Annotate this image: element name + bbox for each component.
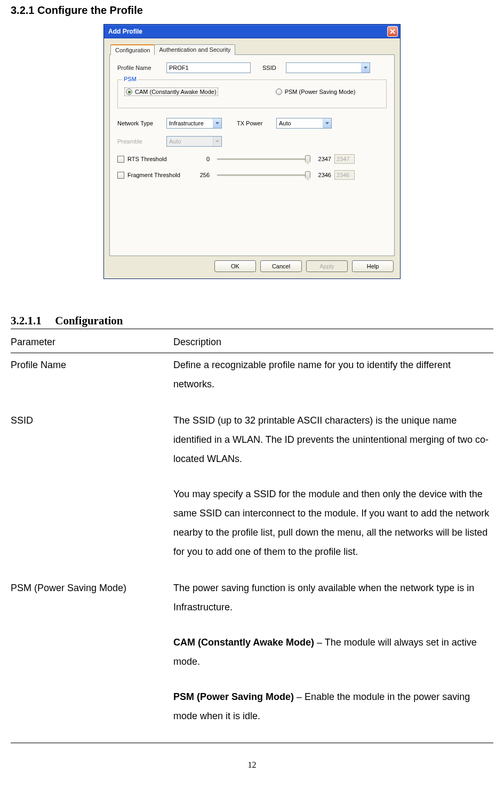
description-paragraph: Define a recognizable profile name for y…	[173, 355, 493, 394]
table-row: Profile NameDefine a recognizable profil…	[11, 355, 493, 394]
nettype-row: Network Type Infrastructure TX Power Aut…	[117, 118, 387, 129]
description-paragraph: The SSID (up to 32 printable ASCII chara…	[173, 411, 493, 468]
network-type-combo[interactable]: Infrastructure	[166, 118, 222, 129]
apply-button: Apply	[306, 260, 348, 272]
network-type-label: Network Type	[117, 120, 166, 126]
tx-power-combo[interactable]: Auto	[276, 118, 332, 129]
parameter-cell: Profile Name	[11, 355, 173, 394]
sub-heading-number: 3.2.1.1	[11, 314, 52, 328]
page-number: 12	[11, 760, 493, 770]
dialog-screenshot: Add Profile Configuration Authentication…	[11, 24, 493, 279]
slider-thumb-icon[interactable]	[305, 171, 310, 181]
dialog-body: Configuration Authentication and Securit…	[104, 38, 400, 278]
network-type-value: Infrastructure	[167, 120, 213, 126]
close-icon[interactable]	[387, 26, 398, 37]
section-heading: 3.2.1 Configure the Profile	[11, 4, 493, 17]
psm-legend: PSM	[122, 76, 138, 82]
ssid-label: SSID	[262, 65, 286, 71]
frag-checkbox[interactable]	[117, 172, 124, 179]
rts-checkbox[interactable]	[117, 156, 124, 163]
frag-row: Fragment Threshold 256 2346 2346	[117, 170, 387, 180]
frag-max: 2346	[314, 172, 331, 178]
parameter-cell: PSM (Power Saving Mode)	[11, 578, 173, 726]
button-row: OK Cancel Apply Help	[109, 260, 395, 272]
rts-track[interactable]	[217, 158, 308, 160]
add-profile-dialog: Add Profile Configuration Authentication…	[103, 24, 401, 279]
description-paragraph: You may specify a SSID for the module an…	[173, 484, 493, 561]
rule	[11, 329, 493, 329]
description-paragraph: PSM (Power Saving Mode) – Enable the mod…	[173, 687, 493, 726]
description-cell: The SSID (up to 32 printable ASCII chara…	[173, 411, 493, 561]
psm-radio[interactable]: PSM (Power Saving Mode)	[276, 89, 356, 95]
profile-name-label: Profile Name	[117, 65, 166, 71]
profile-name-input[interactable]	[166, 62, 251, 73]
cam-radio[interactable]: CAM (Constantly Awake Mode)	[124, 87, 218, 96]
rts-label: RTS Threshold	[127, 156, 185, 162]
tx-power-value: Auto	[277, 120, 323, 126]
radio-icon	[276, 89, 282, 95]
dialog-title: Add Profile	[108, 28, 142, 35]
ok-button[interactable]: OK	[214, 260, 256, 272]
preamble-row: Preamble Auto	[117, 136, 387, 147]
tab-configuration[interactable]: Configuration	[110, 44, 155, 55]
table-row: PSM (Power Saving Mode)The power saving …	[11, 578, 493, 726]
chevron-down-icon[interactable]	[213, 118, 221, 128]
help-button[interactable]: Help	[352, 260, 394, 272]
preamble-value: Auto	[167, 138, 213, 145]
sub-section-heading: 3.2.1.1 Configuration	[11, 314, 493, 328]
frag-label: Fragment Threshold	[127, 172, 185, 178]
cam-radio-label: CAM (Constantly Awake Mode)	[135, 89, 217, 95]
rts-row: RTS Threshold 0 2347 2347	[117, 154, 387, 164]
psm-fieldset: PSM CAM (Constantly Awake Mode) PSM (Pow…	[117, 79, 387, 108]
tab-authentication[interactable]: Authentication and Security	[154, 44, 235, 55]
parameter-cell: SSID	[11, 411, 173, 561]
radio-icon	[126, 89, 132, 95]
col-header-description: Description	[173, 332, 493, 352]
psm-radio-label: PSM (Power Saving Mode)	[285, 89, 356, 95]
description-paragraph: CAM (Constantly Awake Mode) – The module…	[173, 633, 493, 671]
chevron-down-icon[interactable]	[361, 63, 370, 73]
description-paragraph: The power saving function is only availa…	[173, 578, 493, 617]
rts-max: 2347	[314, 156, 331, 162]
description-cell: The power saving function is only availa…	[173, 578, 493, 726]
frag-slider: 256 2346 2346	[196, 170, 355, 180]
configuration-panel: Profile Name SSID PSM CAM (Constantly Aw…	[109, 54, 395, 256]
slider-thumb-icon[interactable]	[305, 155, 310, 165]
description-cell: Define a recognizable profile name for y…	[173, 355, 493, 394]
tab-strip: Configuration Authentication and Securit…	[110, 44, 395, 55]
ssid-combo[interactable]	[286, 62, 370, 73]
col-header-parameter: Parameter	[11, 332, 173, 352]
frag-min: 256	[196, 172, 210, 178]
rule	[11, 743, 493, 743]
titlebar: Add Profile	[104, 25, 400, 38]
sub-heading-text: Configuration	[55, 314, 123, 327]
rts-min: 0	[196, 156, 210, 162]
table-row: SSIDThe SSID (up to 32 printable ASCII c…	[11, 411, 493, 561]
frag-track[interactable]	[217, 174, 308, 176]
rts-value-box: 2347	[334, 154, 355, 164]
chevron-down-icon	[213, 137, 221, 146]
tx-power-label: TX Power	[237, 120, 276, 126]
table-header: Parameter Description	[11, 332, 493, 353]
preamble-combo: Auto	[166, 136, 222, 147]
psm-row: CAM (Constantly Awake Mode) PSM (Power S…	[124, 87, 380, 96]
cancel-button[interactable]: Cancel	[260, 260, 302, 272]
profile-name-row: Profile Name SSID	[117, 62, 387, 73]
rts-slider: 0 2347 2347	[196, 154, 355, 164]
preamble-label: Preamble	[117, 138, 166, 145]
frag-value-box: 2346	[334, 170, 355, 180]
parameter-table: Parameter Description Profile NameDefine…	[11, 332, 493, 726]
chevron-down-icon[interactable]	[323, 118, 331, 128]
